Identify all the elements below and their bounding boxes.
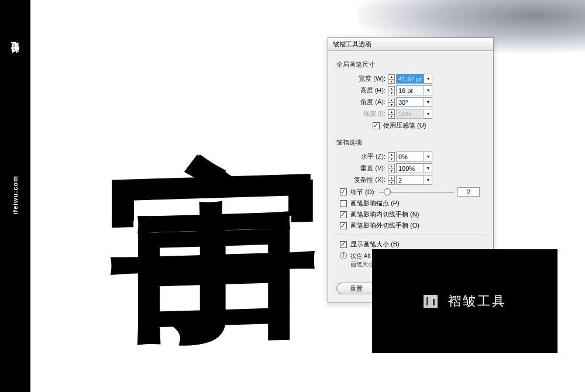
affect-out-label: 画笔影响外切线手柄 (O): [350, 221, 419, 230]
chevron-down-icon[interactable]: ▾: [424, 152, 432, 161]
complexity-stepper[interactable]: ▴▾: [388, 176, 395, 185]
brand-url: ifeiwu.com: [12, 176, 19, 215]
show-brush-row: 显示画笔大小 (B): [340, 240, 485, 249]
stepper-down-icon[interactable]: ▾: [388, 180, 395, 185]
stepper-up-icon[interactable]: ▴: [388, 86, 395, 91]
affect-in-row: 画笔影响内切线手柄 (N): [340, 210, 485, 219]
show-brush-label: 显示画笔大小 (B): [350, 240, 400, 249]
left-brand-sidebar: 飞屋设计 ifeiwu.com: [0, 0, 30, 392]
tool-tooltip-label: 褶皱工具: [448, 293, 507, 310]
use-pressure-label: 使用压感笔 (U): [383, 121, 426, 130]
stepper-down-icon[interactable]: ▾: [388, 102, 395, 107]
dialog-title: 皱褶工具选项: [328, 38, 493, 51]
brand-name: 飞屋设计: [10, 35, 20, 40]
affect-anchor-row: 画笔影响锚点 (P): [340, 199, 485, 208]
stepper-down-icon: ▾: [388, 114, 395, 119]
stepper-up-icon[interactable]: ▴: [388, 152, 395, 157]
field-vertical: 垂直 (V): ▴▾ ▾: [336, 163, 485, 173]
chevron-down-icon[interactable]: ▾: [424, 97, 432, 107]
affect-anchor-label: 画笔影响锚点 (P): [350, 199, 400, 208]
vertical-label: 垂直 (V):: [353, 164, 386, 173]
field-angle: 角度 (A): ▴▾ ▾: [336, 97, 485, 107]
chevron-down-icon[interactable]: ▾: [424, 163, 432, 173]
complexity-label: 复杂性 (X):: [353, 176, 386, 184]
field-horizontal: 水平 (Z): ▴▾ ▾: [336, 152, 485, 161]
stepper-up-icon: ▴: [388, 109, 395, 114]
chevron-down-icon[interactable]: ▾: [424, 175, 432, 185]
angle-label: 角度 (A):: [353, 98, 386, 106]
vertical-stepper[interactable]: ▴▾: [388, 164, 395, 173]
height-label: 高度 (H):: [353, 86, 386, 95]
stepper-down-icon[interactable]: ▾: [388, 169, 395, 173]
chevron-down-icon[interactable]: ▾: [424, 85, 432, 95]
stepper-down-icon[interactable]: ▾: [388, 157, 395, 161]
detail-value-input[interactable]: [457, 187, 480, 197]
affect-out-checkbox[interactable]: [340, 222, 347, 229]
chevron-down-icon: ▾: [424, 109, 432, 119]
wrinkle-tool-icon: [424, 295, 438, 308]
show-brush-checkbox[interactable]: [340, 241, 347, 248]
section-wrinkle-options: 皱褶选项: [336, 138, 485, 147]
detail-checkbox[interactable]: [340, 188, 347, 195]
complexity-input[interactable]: [396, 175, 424, 185]
angle-input[interactable]: [396, 97, 424, 107]
stepper-down-icon[interactable]: ▾: [388, 91, 395, 95]
affect-in-checkbox[interactable]: [340, 211, 347, 218]
dialog-body: 全局画笔尺寸 宽度 (W): ▴▾ ▾ 高度 (H): ▴▾ ▾ 角度 (A):…: [328, 51, 493, 277]
info-icon: i: [340, 252, 347, 259]
stepper-up-icon[interactable]: ▴: [388, 98, 395, 102]
use-pressure-checkbox[interactable]: [373, 122, 380, 129]
vertical-input[interactable]: [396, 163, 424, 173]
use-pressure-row: 使用压感笔 (U): [373, 121, 485, 130]
stepper-up-icon[interactable]: ▴: [388, 164, 395, 169]
horizontal-label: 水平 (Z):: [353, 152, 386, 161]
affect-anchor-checkbox[interactable]: [340, 200, 347, 207]
intensity-input: [396, 109, 424, 119]
detail-slider[interactable]: [379, 188, 454, 195]
field-height: 高度 (H): ▴▾ ▾: [336, 85, 485, 95]
width-input[interactable]: [396, 74, 424, 84]
width-stepper[interactable]: ▴▾: [388, 74, 395, 84]
section-global-brush: 全局画笔尺寸: [336, 60, 485, 69]
field-intensity: 强度 (I): ▴▾ ▾: [336, 109, 485, 119]
height-stepper[interactable]: ▴▾: [388, 86, 395, 95]
stepper-up-icon[interactable]: ▴: [388, 74, 395, 79]
horizontal-input[interactable]: [396, 152, 424, 161]
detail-label: 细节 (D):: [350, 188, 376, 197]
intensity-label: 强度 (I):: [353, 109, 386, 118]
reset-button[interactable]: 重置: [336, 283, 376, 294]
detail-row: 细节 (D):: [340, 187, 485, 197]
angle-stepper[interactable]: ▴▾: [388, 98, 395, 107]
stepper-down-icon[interactable]: ▾: [388, 79, 395, 84]
chevron-down-icon[interactable]: ▾: [424, 74, 432, 84]
field-width: 宽度 (W): ▴▾ ▾: [336, 74, 485, 84]
width-label: 宽度 (W):: [353, 74, 386, 83]
affect-in-label: 画笔影响内切线手柄 (N): [350, 210, 419, 219]
field-complexity: 复杂性 (X): ▴▾ ▾: [336, 175, 485, 185]
slider-thumb[interactable]: [384, 188, 391, 195]
height-input[interactable]: [396, 85, 424, 95]
divider: [333, 235, 488, 235]
stepper-up-icon[interactable]: ▴: [388, 176, 395, 180]
tool-tooltip-overlay: 褶皱工具: [372, 249, 558, 353]
intensity-stepper: ▴▾: [388, 109, 395, 119]
affect-out-row: 画笔影响外切线手柄 (O): [340, 221, 485, 230]
horizontal-stepper[interactable]: ▴▾: [388, 152, 395, 161]
